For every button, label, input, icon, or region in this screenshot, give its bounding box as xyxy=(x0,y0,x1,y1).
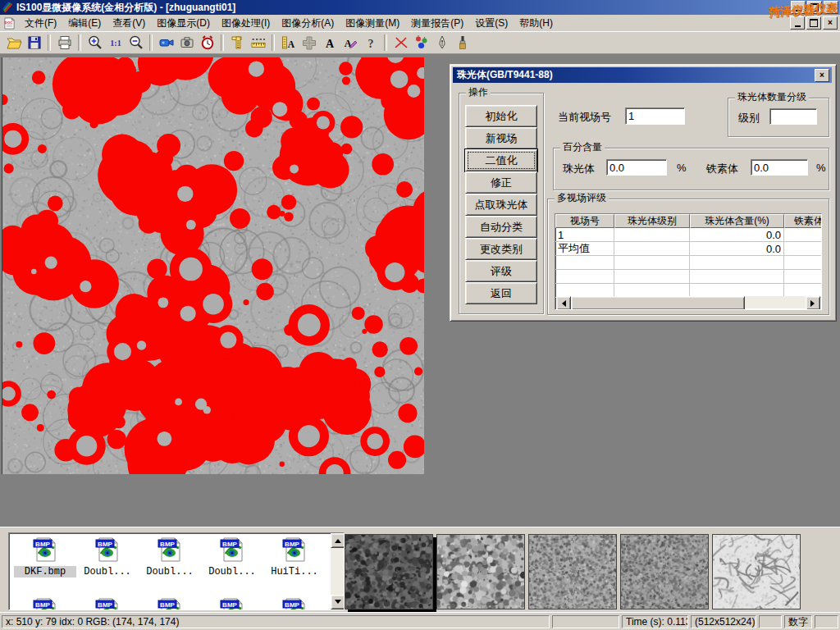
scrollbar-thumb[interactable] xyxy=(571,296,745,310)
level-input[interactable] xyxy=(769,108,817,125)
pick-pearlite-button[interactable]: 点取珠光体 xyxy=(465,194,537,216)
toolbar-separator xyxy=(272,34,275,51)
child-close-button[interactable]: × xyxy=(823,16,838,30)
menu-view[interactable]: 查看(V) xyxy=(107,15,151,32)
menu-file[interactable]: 文件(F) xyxy=(19,15,62,32)
file-list-scrollbar[interactable] xyxy=(331,533,344,609)
toolbar: 1:1 A A A ? xyxy=(0,31,840,54)
menu-measure-report[interactable]: 测量报告(P) xyxy=(405,15,469,32)
minimize-icon xyxy=(795,25,801,27)
status-position: x: 510 y: 79 idx: 0 RGB: (174, 174, 174) xyxy=(2,615,550,628)
pearlite-percent-sign: % xyxy=(677,162,687,174)
file-item[interactable] xyxy=(76,596,139,610)
close-icon: × xyxy=(828,19,833,27)
file-item[interactable] xyxy=(201,596,263,610)
dialog-title: 珠光体(GB/T9441-88) xyxy=(457,68,553,82)
thumbnail-5[interactable] xyxy=(712,534,801,609)
app-icon xyxy=(2,2,14,13)
restore-button[interactable] xyxy=(807,1,822,14)
letter-a-icon[interactable]: A xyxy=(319,33,340,52)
init-button[interactable]: 初始化 xyxy=(465,105,537,127)
thumbnail-4[interactable] xyxy=(620,534,709,609)
close-icon: × xyxy=(829,3,833,11)
thumbnail-2[interactable] xyxy=(436,534,525,609)
svg-text:DOC: DOC xyxy=(5,20,13,24)
rate-button[interactable]: 评级 xyxy=(465,260,537,282)
menu-image-processing[interactable]: 图像处理(I) xyxy=(216,15,276,32)
timer-clock-icon[interactable] xyxy=(197,33,217,52)
workspace: 珠光体(GB/T9441-88) × 操作 初始化 新视场 二值化 修正 点取珠… xyxy=(0,54,840,527)
open-folder-icon[interactable] xyxy=(3,33,24,52)
table-row[interactable]: 1 0.0 xyxy=(555,228,821,242)
current-field-input[interactable] xyxy=(625,107,685,125)
correct-button[interactable]: 修正 xyxy=(465,171,537,194)
auto-classify-button[interactable]: 自动分类 xyxy=(465,216,537,238)
thumbnail-3[interactable] xyxy=(528,534,617,609)
classify-balls-icon[interactable] xyxy=(411,33,431,52)
new-field-button[interactable]: 新视场 xyxy=(465,127,537,149)
brush-icon[interactable] xyxy=(452,33,472,52)
thumbnail-1[interactable] xyxy=(345,534,433,609)
file-item[interactable]: DKF.bmp xyxy=(14,536,76,578)
multifield-table[interactable]: 视场号 珠光体级别 珠光体含量(%) 铁素体 1 0.0 平均值 xyxy=(555,213,822,310)
minimize-icon xyxy=(796,10,801,11)
menu-edit[interactable]: 编辑(E) xyxy=(62,15,107,32)
still-camera-icon[interactable] xyxy=(176,33,197,52)
file-item[interactable]: Doubl... xyxy=(139,536,201,578)
table-row[interactable] xyxy=(555,256,821,270)
cell-ferrite xyxy=(784,228,822,242)
file-item[interactable] xyxy=(14,596,76,610)
binarize-button[interactable]: 二值化 xyxy=(465,149,537,171)
scroll-down-icon[interactable] xyxy=(331,595,345,609)
menu-bar: DOC 文件(F) 编辑(E) 查看(V) 图像显示(D) 图像处理(I) 图像… xyxy=(0,15,840,31)
return-button[interactable]: 返回 xyxy=(465,282,537,304)
dialog-title-bar[interactable]: 珠光体(GB/T9441-88) × xyxy=(453,67,832,83)
actual-size-icon[interactable]: 1:1 xyxy=(105,33,126,52)
file-item[interactable] xyxy=(139,596,201,610)
file-list[interactable]: BMP DKF.bmp Doubl... Doubl... Doubl... H… xyxy=(8,532,345,610)
file-item[interactable]: Doubl... xyxy=(76,536,139,578)
file-name: Doubl... xyxy=(139,566,201,578)
zoom-in-icon[interactable] xyxy=(84,33,105,52)
pearlite-label: 珠光体 xyxy=(563,162,595,176)
file-item[interactable]: HuiTi... xyxy=(263,536,326,578)
pen-nib-icon[interactable] xyxy=(431,33,452,52)
print-icon[interactable] xyxy=(54,33,75,52)
file-item[interactable]: Doubl... xyxy=(201,536,263,578)
dialog-close-button[interactable]: × xyxy=(815,69,829,82)
ferrite-percent-input[interactable] xyxy=(751,159,808,176)
grid-stamp-icon[interactable] xyxy=(299,33,319,52)
table-horizontal-scrollbar[interactable] xyxy=(556,296,820,308)
ruler-dashed-icon[interactable] xyxy=(248,33,268,52)
menu-image-measure[interactable]: 图像测量(M) xyxy=(340,15,405,32)
scroll-right-icon[interactable] xyxy=(806,296,820,310)
pearlite-percent-input[interactable] xyxy=(606,159,667,176)
micrograph-canvas[interactable] xyxy=(2,57,424,474)
scroll-up-icon[interactable] xyxy=(331,533,345,548)
menu-settings[interactable]: 设置(S) xyxy=(469,15,514,32)
menu-image-display[interactable]: 图像显示(D) xyxy=(151,15,216,32)
close-button[interactable]: × xyxy=(824,1,838,14)
child-restore-button[interactable] xyxy=(806,16,821,30)
scroll-left-icon[interactable] xyxy=(556,296,571,310)
save-icon[interactable] xyxy=(24,33,44,52)
curve-tool-icon[interactable] xyxy=(390,33,411,52)
menu-help[interactable]: 帮助(H) xyxy=(514,15,559,32)
caliper-icon[interactable] xyxy=(227,33,248,52)
zoom-out-icon[interactable] xyxy=(126,33,146,52)
change-class-button[interactable]: 更改类别 xyxy=(465,238,537,260)
file-item[interactable] xyxy=(263,596,326,610)
table-row[interactable] xyxy=(555,270,821,284)
close-icon: × xyxy=(819,71,824,80)
video-camera-icon[interactable] xyxy=(156,33,176,52)
minimize-button[interactable] xyxy=(791,1,806,14)
child-minimize-button[interactable] xyxy=(790,16,805,30)
toolbar-separator xyxy=(221,34,224,51)
help-icon[interactable]: ? xyxy=(360,33,381,52)
status-empty-1 xyxy=(552,615,619,628)
bmp-file-icon xyxy=(32,596,58,610)
annotate-edit-icon[interactable]: A xyxy=(340,33,360,52)
caliper-text-icon[interactable]: A xyxy=(278,33,299,52)
menu-image-analysis[interactable]: 图像分析(A) xyxy=(276,15,340,32)
table-row[interactable]: 平均值 0.0 xyxy=(555,242,821,256)
